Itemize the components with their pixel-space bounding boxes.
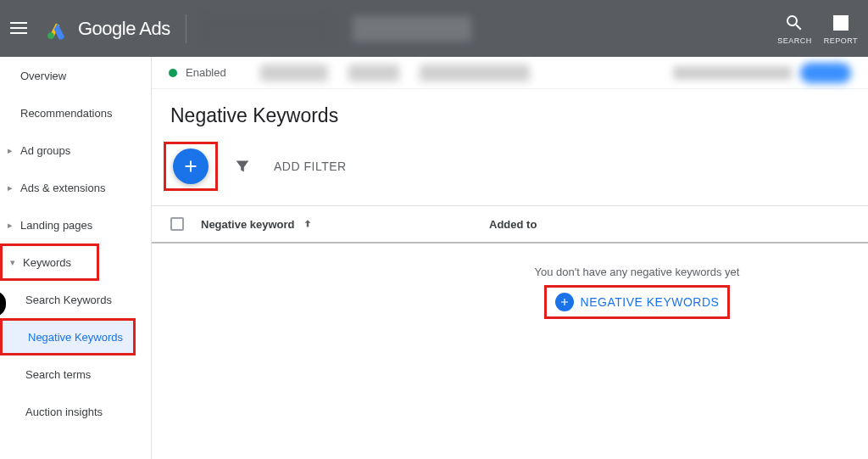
app-header: Google Ads SEARCH REPORT	[0, 0, 868, 57]
header-divider	[186, 14, 186, 43]
chevron-down-icon: ▾	[10, 257, 15, 268]
sidebar-item-landing-pages[interactable]: ▸Landing pages	[0, 206, 151, 243]
sidebar-item-label: Keywords	[23, 256, 71, 269]
empty-state-text: You don't have any negative keywords yet	[535, 266, 740, 278]
plus-circle-icon	[555, 293, 574, 311]
chevron-right-icon: ▸	[8, 145, 13, 156]
redacted-stat	[420, 64, 530, 81]
add-negative-keywords-button[interactable]: NEGATIVE KEYWORDS	[555, 293, 720, 311]
page-title: Negative Keywords	[170, 104, 849, 127]
ads-logo-icon	[46, 18, 68, 40]
product-name: Google Ads	[78, 18, 170, 40]
search-button[interactable]: SEARCH	[777, 13, 812, 45]
sidebar-item-label: Overview	[20, 70, 66, 82]
table-header: Negative keyword Added to	[152, 206, 868, 243]
sort-ascending-icon	[302, 218, 314, 230]
sidebar-item-ads-extensions[interactable]: ▸Ads & extensions	[0, 169, 151, 206]
sidebar-item-overview[interactable]: Overview	[0, 57, 151, 94]
sidebar-nav: Overview Recommendations ▸Ad groups ▸Ads…	[0, 57, 152, 459]
search-icon	[784, 13, 804, 33]
cta-label: NEGATIVE KEYWORDS	[581, 295, 720, 309]
status-bar: Enabled	[152, 57, 868, 89]
add-filter-button[interactable]: ADD FILTER	[274, 160, 347, 173]
sidebar-item-label: Ads & extensions	[20, 182, 105, 194]
status-dot-icon	[169, 69, 177, 77]
sidebar-item-label: Recommendations	[20, 107, 112, 120]
filter-icon[interactable]	[233, 157, 252, 176]
status-label: Enabled	[186, 66, 226, 79]
sidebar-item-recommendations[interactable]: Recommendations	[0, 94, 151, 132]
sidebar-item-label: Ad groups	[20, 144, 70, 157]
redacted-account-text	[202, 18, 329, 40]
reports-icon	[831, 13, 851, 33]
sidebar-item-search-keywords[interactable]: Search Keywords	[0, 281, 151, 318]
main-content: Enabled Negative Keywords ADD FILTER	[152, 57, 868, 459]
highlight-box-add	[164, 142, 218, 191]
sidebar-item-keywords[interactable]: ▾Keywords	[0, 243, 99, 281]
menu-icon[interactable]	[10, 19, 31, 39]
sidebar-item-label: Search Keywords	[25, 294, 112, 306]
select-all-checkbox[interactable]	[170, 217, 184, 231]
product-logo[interactable]: Google Ads	[46, 18, 170, 40]
sidebar-item-search-terms[interactable]: Search terms	[0, 355, 151, 393]
sidebar-item-label: Landing pages	[20, 219, 92, 232]
column-label: Added to	[489, 218, 537, 231]
reports-label: REPORT	[824, 36, 858, 45]
redacted-pill-button[interactable]	[800, 63, 851, 83]
add-button[interactable]	[173, 148, 209, 184]
column-added-to[interactable]: Added to	[489, 218, 537, 231]
svg-point-0	[47, 32, 54, 39]
sidebar-item-label: Negative Keywords	[28, 331, 123, 344]
sidebar-item-label: Auction insights	[25, 406, 103, 418]
column-negative-keyword[interactable]: Negative keyword	[201, 218, 489, 231]
sidebar-item-label: Search terms	[25, 368, 91, 381]
redacted-stat	[348, 64, 399, 81]
redacted-stat	[260, 64, 328, 81]
redacted-date-range	[673, 66, 792, 80]
sidebar-item-negative-keywords[interactable]: Negative Keywords	[0, 318, 136, 355]
chevron-right-icon: ▸	[8, 220, 13, 231]
reports-button[interactable]: REPORT	[824, 13, 858, 45]
empty-state: You don't have any negative keywords yet…	[406, 266, 868, 319]
search-label: SEARCH	[777, 36, 812, 45]
column-label: Negative keyword	[201, 218, 295, 231]
toolbar: ADD FILTER	[152, 127, 868, 206]
highlight-box-cta: NEGATIVE KEYWORDS	[544, 285, 731, 319]
plus-icon	[181, 157, 200, 176]
redacted-account-id	[353, 16, 471, 42]
chevron-right-icon: ▸	[8, 182, 13, 193]
sidebar-item-ad-groups[interactable]: ▸Ad groups	[0, 132, 151, 169]
sidebar-item-auction-insights[interactable]: Auction insights	[0, 393, 151, 430]
